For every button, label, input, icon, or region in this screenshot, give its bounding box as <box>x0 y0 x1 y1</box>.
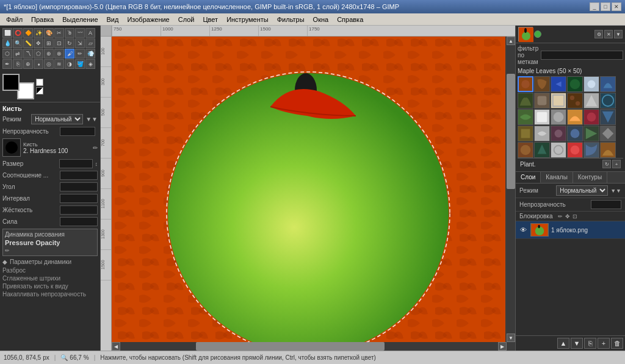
menu-layer[interactable]: Слой <box>175 15 198 24</box>
tool-color-picker[interactable]: 💧 <box>2 38 12 48</box>
brush-cell-18[interactable] <box>600 109 616 125</box>
maximize-button[interactable]: □ <box>601 2 610 11</box>
image-preview-thumb[interactable] <box>518 27 533 41</box>
tool-perspective[interactable]: ⬡ <box>2 49 12 59</box>
canvas-image[interactable] <box>112 37 515 351</box>
brush-cell-9[interactable] <box>551 93 566 109</box>
brush-cell-20[interactable] <box>534 126 550 141</box>
brush-cell-2[interactable] <box>534 76 550 92</box>
brush-cell-16[interactable] <box>567 109 583 125</box>
scroll-h-thumb[interactable] <box>196 342 385 351</box>
brush-cell-13[interactable] <box>518 109 533 125</box>
tool-flip[interactable]: ⇌ <box>13 49 23 59</box>
close-button[interactable]: ✕ <box>612 2 621 11</box>
tab-paths[interactable]: Контуры <box>573 172 607 183</box>
brush-edit-btn[interactable]: ✏ <box>93 145 98 151</box>
layer-mode-extra[interactable]: ▼▼ <box>610 188 621 194</box>
menu-help[interactable]: Справка <box>333 15 367 24</box>
tool-bucket-fill[interactable]: 🪣 <box>75 59 85 69</box>
brush-cell-7[interactable] <box>518 93 533 109</box>
tool-cage[interactable]: ⬠ <box>34 49 43 59</box>
tool-pencil[interactable]: ✏ <box>75 49 85 59</box>
tool-free-select[interactable]: 🔶 <box>23 28 33 38</box>
brush-cell-22[interactable] <box>567 126 583 141</box>
tool-zoom[interactable]: 🔍 <box>13 38 23 48</box>
table-row[interactable]: 👁 1 яблоко.png <box>516 221 625 239</box>
hardness-input[interactable]: 100,0 <box>60 205 98 215</box>
tool-blur-sharpen[interactable]: ◎ <box>44 59 54 69</box>
size-input[interactable]: 804,52 <box>59 159 93 168</box>
reset-colors-icon[interactable] <box>36 79 43 86</box>
param-spread[interactable]: Разброс <box>2 266 98 274</box>
tool-clone[interactable]: ⎘ <box>13 59 23 69</box>
brush-cell-25[interactable] <box>518 142 533 158</box>
brush-cell-28[interactable] <box>567 142 583 158</box>
tool-blend[interactable]: ◈ <box>85 59 95 69</box>
layer-mode-select[interactable]: Нормальный <box>556 185 608 196</box>
tool-perspective-clone[interactable]: ⬧ <box>34 59 43 69</box>
brush-cell-11[interactable] <box>583 93 599 109</box>
layer-visibility-toggle[interactable]: 👁 <box>518 225 528 235</box>
tool-ink[interactable]: ✒ <box>2 59 12 69</box>
ratio-input[interactable]: 0,00 <box>60 171 98 180</box>
swap-colors-icon[interactable] <box>36 87 43 95</box>
mode-select[interactable]: Нормальный <box>31 114 83 124</box>
brush-cell-12[interactable] <box>600 93 616 109</box>
menu-view[interactable]: Вид <box>103 15 123 24</box>
scrollbar-horizontal[interactable]: ◀ ▶ <box>112 342 507 351</box>
tool-text[interactable]: A <box>85 28 95 38</box>
brush-cell-3[interactable] <box>551 76 566 92</box>
filter-input[interactable] <box>541 51 623 60</box>
tool-airbrush[interactable]: 💨 <box>85 49 95 59</box>
brush-cell-15[interactable] <box>551 109 566 125</box>
tool-rect-select[interactable]: ⬜ <box>2 28 12 38</box>
tool-handle-transform[interactable]: ⊗ <box>54 49 64 59</box>
brush-cell-23[interactable] <box>583 126 599 141</box>
scrollbar-vertical[interactable]: ▲ ▼ <box>507 37 515 342</box>
angle-input[interactable]: 0,00 <box>60 182 98 191</box>
dynamics-edit-btn[interactable]: ✏ <box>5 248 95 254</box>
menu-tools[interactable]: Инструменты <box>223 15 272 24</box>
menu-filters[interactable]: Фильтры <box>273 15 308 24</box>
tool-paint-brush[interactable]: 🖌 <box>65 49 74 59</box>
minimize-button[interactable]: _ <box>590 2 599 11</box>
background-color-swatch[interactable] <box>17 82 34 99</box>
scroll-right-btn[interactable]: ▶ <box>498 342 507 351</box>
tab-layers[interactable]: Слои <box>516 172 541 183</box>
menu-image[interactable]: Изображение <box>123 15 173 24</box>
brush-add-icon[interactable]: + <box>612 160 621 168</box>
tool-crop[interactable]: ⊡ <box>54 38 64 48</box>
panel-menu-icon[interactable]: ▼ <box>614 30 623 38</box>
lock-position-icon[interactable]: ✥ <box>565 213 570 219</box>
brush-cell-19[interactable] <box>518 126 533 141</box>
param-lock[interactable]: Привязать кисть к виду <box>2 282 98 290</box>
tool-rotate[interactable]: ↻ <box>65 38 74 48</box>
foreground-color-swatch[interactable] <box>2 74 20 91</box>
layer-btn-delete[interactable]: 🗑 <box>611 338 623 349</box>
opacity-input[interactable]: 100,0 <box>60 127 95 136</box>
brush-cell-30[interactable] <box>600 142 616 158</box>
scroll-down-btn[interactable]: ▼ <box>507 334 515 342</box>
tool-heal[interactable]: ⊕ <box>23 59 33 69</box>
brush-cell-14[interactable] <box>534 109 550 125</box>
menu-edit[interactable]: Правка <box>27 15 57 24</box>
tool-ellipse-select[interactable]: ⭕ <box>13 28 23 38</box>
brush-cell-10[interactable] <box>567 93 583 109</box>
tool-fuzzy-select[interactable]: ✨ <box>34 28 43 38</box>
force-input[interactable]: 49,7 <box>60 217 98 226</box>
lock-all-icon[interactable]: ⊡ <box>573 213 577 219</box>
brush-cell-29[interactable] <box>583 142 599 158</box>
param-smooth[interactable]: Сглаженные штрихи <box>2 274 98 282</box>
layer-btn-down[interactable]: ▼ <box>571 338 583 349</box>
layer-btn-up[interactable]: ▲ <box>557 338 569 349</box>
scroll-up-btn[interactable]: ▲ <box>507 37 515 45</box>
tool-move[interactable]: ✥ <box>34 38 43 48</box>
brush-refresh-icon[interactable]: ↻ <box>602 160 611 168</box>
tool-shear[interactable]: ▱ <box>85 38 95 48</box>
panel-settings-icon[interactable]: ⚙ <box>594 30 603 38</box>
tool-warp[interactable]: 〽 <box>23 49 33 59</box>
brush-cell-27[interactable] <box>551 142 566 158</box>
brush-cell-8[interactable] <box>534 93 550 109</box>
mode-extra-btn[interactable]: ▼▼ <box>85 116 98 123</box>
tool-smudge[interactable]: ≋ <box>54 59 64 69</box>
